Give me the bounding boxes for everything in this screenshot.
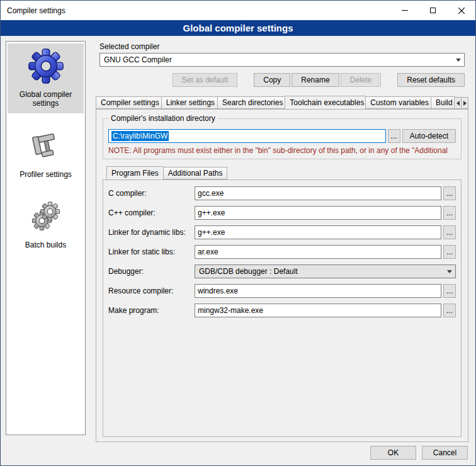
window-title: Compiler settings xyxy=(1,6,65,15)
static-libs-linker-value: ar.exe xyxy=(198,247,218,256)
chevron-down-icon xyxy=(443,265,455,278)
selected-compiler-dropdown[interactable]: GNU GCC Compiler xyxy=(99,53,465,67)
page-title: Global compiler settings xyxy=(1,20,475,36)
field-label: Make program: xyxy=(108,306,195,315)
sidebar-item-label: Global compiler settings xyxy=(9,90,82,108)
dialog-footer: OK Cancel xyxy=(370,446,468,460)
program-files-tabbar: Program Files Additional Paths xyxy=(106,166,458,179)
tab-custom-variables[interactable]: Custom variables xyxy=(365,96,431,109)
installation-directory-group: Compiler's installation directory C:\ray… xyxy=(103,118,462,159)
c-compiler-input[interactable]: gcc.exe xyxy=(195,186,441,200)
compiler-actions: Set as default Copy Rename Delete Reset … xyxy=(99,73,465,87)
debugger-select[interactable]: GDB/CDB debugger : Default xyxy=(195,264,456,278)
cpp-compiler-row: C++ compiler: g++.exe ... xyxy=(108,206,456,220)
static-libs-linker-row: Linker for static libs: ar.exe ... xyxy=(108,245,456,259)
field-label: Resource compiler: xyxy=(108,287,195,295)
cancel-button[interactable]: Cancel xyxy=(422,446,468,460)
copy-button[interactable]: Copy xyxy=(254,73,290,87)
arrow-left-icon xyxy=(456,101,460,106)
resource-compiler-input[interactable]: windres.exe xyxy=(195,284,441,298)
ok-button[interactable]: OK xyxy=(370,446,416,460)
close-button[interactable] xyxy=(447,1,475,20)
tab-scroll-right-button[interactable] xyxy=(461,97,468,109)
program-files-panel: C compiler: gcc.exe ... C++ compiler: g+… xyxy=(103,179,462,437)
cpp-compiler-value: g++.exe xyxy=(198,208,225,217)
make-program-browse-button[interactable]: ... xyxy=(443,304,456,317)
dynamic-libs-linker-browse-button[interactable]: ... xyxy=(443,225,456,239)
field-label: Linker for dynamic libs: xyxy=(108,228,195,237)
tab-build-options[interactable]: Build xyxy=(431,96,455,109)
window-controls xyxy=(390,1,475,20)
close-icon xyxy=(458,8,465,14)
tab-additional-paths[interactable]: Additional Paths xyxy=(163,167,228,179)
rename-button[interactable]: Rename xyxy=(292,73,339,87)
batch-builds-icon xyxy=(27,198,65,236)
tab-compiler-settings[interactable]: Compiler settings xyxy=(96,96,162,109)
installation-directory-row: C:\raylib\MinGW ... Auto-detect xyxy=(108,129,456,143)
debugger-row: Debugger: GDB/CDB debugger : Default xyxy=(108,264,456,278)
selected-compiler-value: GNU GCC Compiler xyxy=(104,55,172,64)
field-label: Debugger: xyxy=(108,267,195,276)
installation-directory-group-title: Compiler's installation directory xyxy=(108,114,218,123)
make-program-row: Make program: mingw32-make.exe ... xyxy=(108,304,456,317)
arrow-right-icon xyxy=(463,101,467,106)
bin-subdirectory-note: NOTE: All programs must exist either in … xyxy=(108,146,456,155)
field-label: C compiler: xyxy=(108,189,195,198)
field-label: C++ compiler: xyxy=(108,208,195,217)
minimize-icon xyxy=(402,10,408,11)
cpp-compiler-browse-button[interactable]: ... xyxy=(443,206,456,220)
profiler-tool-icon xyxy=(27,127,65,165)
chevron-down-icon xyxy=(452,54,464,66)
sidebar-item-profiler-settings[interactable]: Profiler settings xyxy=(8,123,84,184)
debugger-value: GDB/CDB debugger : Default xyxy=(199,267,298,276)
field-label: Linker for static libs: xyxy=(108,247,195,256)
install-dir-value: C:\raylib\MinGW xyxy=(111,131,169,141)
settings-tabbar: Compiler settings Linker settings Search… xyxy=(96,95,468,109)
tab-program-files[interactable]: Program Files xyxy=(106,166,164,180)
tab-search-directories[interactable]: Search directories xyxy=(217,96,286,109)
static-libs-linker-browse-button[interactable]: ... xyxy=(443,245,456,259)
maximize-button[interactable] xyxy=(419,1,447,20)
tab-scroll-buttons xyxy=(455,97,468,109)
auto-detect-button[interactable]: Auto-detect xyxy=(402,129,456,143)
gear-icon xyxy=(27,47,65,85)
cpp-compiler-input[interactable]: g++.exe xyxy=(195,206,441,220)
sidebar-item-batch-builds[interactable]: Batch builds xyxy=(8,194,84,254)
delete-button: Delete xyxy=(341,73,382,87)
resource-compiler-browse-button[interactable]: ... xyxy=(443,284,456,298)
static-libs-linker-input[interactable]: ar.exe xyxy=(195,245,441,259)
tab-linker-settings[interactable]: Linker settings xyxy=(161,96,218,109)
main-panel: Selected compiler GNU GCC Compiler Set a… xyxy=(92,37,472,442)
dynamic-libs-linker-row: Linker for dynamic libs: g++.exe ... xyxy=(108,225,456,239)
selected-compiler-label: Selected compiler xyxy=(99,42,465,51)
tab-toolchain-executables[interactable]: Toolchain executables xyxy=(285,96,366,110)
resource-compiler-row: Resource compiler: windres.exe ... xyxy=(108,284,456,298)
install-dir-browse-button[interactable]: ... xyxy=(388,129,400,143)
c-compiler-browse-button[interactable]: ... xyxy=(443,186,456,200)
make-program-input[interactable]: mingw32-make.exe xyxy=(195,304,441,317)
sidebar-item-global-compiler-settings[interactable]: Global compiler settings xyxy=(8,43,84,113)
sidebar-item-label: Profiler settings xyxy=(20,170,72,179)
reset-defaults-button[interactable]: Reset defaults xyxy=(397,73,465,87)
maximize-icon xyxy=(430,8,436,13)
toolchain-executables-panel: Compiler's installation directory C:\ray… xyxy=(96,109,468,442)
title-bar: Compiler settings xyxy=(1,1,475,20)
sidebar: Global compiler settings Profiler settin… xyxy=(6,41,86,435)
c-compiler-value: gcc.exe xyxy=(198,189,224,198)
make-program-value: mingw32-make.exe xyxy=(198,306,263,315)
install-dir-input[interactable]: C:\raylib\MinGW xyxy=(108,129,386,143)
dynamic-libs-linker-value: g++.exe xyxy=(198,228,225,237)
minimize-button[interactable] xyxy=(390,1,419,20)
c-compiler-row: C compiler: gcc.exe ... xyxy=(108,186,456,200)
dynamic-libs-linker-input[interactable]: g++.exe xyxy=(195,225,441,239)
sidebar-item-label: Batch builds xyxy=(25,241,66,249)
set-as-default-button: Set as default xyxy=(173,73,237,87)
resource-compiler-value: windres.exe xyxy=(198,287,238,295)
compiler-settings-window: Compiler settings Global compiler settin… xyxy=(0,0,476,466)
